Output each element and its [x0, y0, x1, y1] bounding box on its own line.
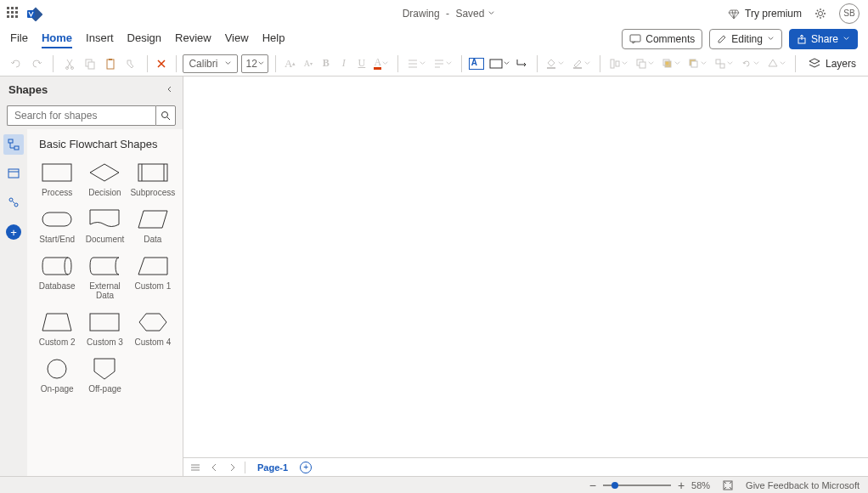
svg-rect-27: [8, 169, 19, 178]
app-launcher-icon[interactable]: [7, 7, 20, 20]
connector-button[interactable]: [516, 54, 530, 73]
increase-font-button[interactable]: A▴: [283, 54, 297, 73]
svg-point-2: [819, 11, 823, 15]
align-horizontal-button[interactable]: [405, 58, 428, 70]
zoom-slider[interactable]: [603, 484, 671, 486]
shape-custom4[interactable]: Custom 4: [130, 309, 176, 350]
document-name[interactable]: Drawing: [403, 8, 440, 20]
user-avatar[interactable]: SB: [839, 3, 860, 24]
shape-decision[interactable]: Decision: [82, 159, 127, 201]
align-shapes-button[interactable]: [607, 58, 630, 70]
try-premium-button[interactable]: Try premium: [728, 8, 802, 20]
shape-offpage[interactable]: Off-page: [82, 355, 127, 397]
editing-mode-button[interactable]: Editing: [709, 29, 782, 49]
delete-button[interactable]: [155, 54, 169, 73]
shape-external-data[interactable]: External Data: [82, 252, 127, 303]
font-name-combo[interactable]: Calibri: [183, 54, 238, 73]
change-shape-button[interactable]: [765, 58, 788, 70]
share-button[interactable]: Share: [789, 29, 858, 49]
text-box-button[interactable]: [469, 54, 484, 73]
shape-custom2[interactable]: Custom 2: [34, 309, 80, 350]
svg-rect-9: [107, 60, 114, 69]
menu-file[interactable]: File: [10, 29, 28, 48]
bring-front-button[interactable]: [660, 58, 683, 70]
svg-rect-10: [109, 59, 112, 60]
shape-database[interactable]: Database: [34, 252, 80, 303]
paste-button[interactable]: [101, 54, 120, 73]
shape-custom1[interactable]: Custom 1: [130, 252, 176, 303]
prev-page-button[interactable]: [207, 461, 221, 474]
group-button[interactable]: [713, 58, 736, 70]
format-painter-button[interactable]: [121, 54, 140, 73]
shape-subprocess[interactable]: Subprocess: [130, 159, 176, 201]
shapes-search-input[interactable]: [7, 105, 155, 126]
rotate-button[interactable]: [739, 58, 762, 70]
add-page-button[interactable]: +: [300, 462, 312, 473]
feedback-link[interactable]: Give Feedback to Microsoft: [746, 480, 860, 490]
stencil-title: Basic Flowchart Shapes: [34, 138, 176, 150]
svg-rect-25: [8, 139, 13, 143]
undo-button[interactable]: [7, 54, 25, 73]
save-status[interactable]: Saved: [455, 8, 484, 20]
italic-button[interactable]: I: [336, 54, 351, 73]
next-page-button[interactable]: [226, 461, 240, 474]
align-vertical-button[interactable]: [431, 58, 454, 70]
pencil-icon: [717, 34, 727, 44]
stencil-flowchart-button[interactable]: [3, 134, 24, 155]
svg-rect-35: [90, 314, 119, 331]
menu-home[interactable]: Home: [42, 29, 72, 48]
diamond-icon: [728, 8, 740, 20]
collapse-panel-icon[interactable]: [166, 85, 174, 94]
stencil-3-button[interactable]: [3, 192, 24, 212]
menu-review[interactable]: Review: [175, 29, 211, 48]
zoom-out-button[interactable]: −: [589, 479, 596, 492]
shape-custom3[interactable]: Custom 3: [82, 309, 127, 350]
arrange-button[interactable]: [634, 58, 657, 70]
copy-button[interactable]: [81, 54, 99, 73]
svg-rect-21: [691, 61, 697, 67]
shape-process[interactable]: Process: [34, 159, 80, 201]
shapes-panel-title: Shapes: [8, 83, 48, 96]
chevron-down-icon[interactable]: [488, 9, 495, 17]
shape-document[interactable]: Document: [82, 206, 127, 247]
underline-button[interactable]: U: [354, 54, 369, 73]
font-color-button[interactable]: A: [372, 57, 391, 70]
shape-onpage[interactable]: On-page: [34, 355, 80, 397]
stencil-2-button[interactable]: [3, 163, 24, 184]
fill-color-button[interactable]: [544, 58, 566, 70]
fit-page-icon[interactable]: [722, 479, 734, 491]
comments-button[interactable]: Comments: [622, 29, 702, 49]
add-stencil-button[interactable]: +: [6, 224, 21, 240]
svg-rect-15: [616, 61, 619, 66]
shape-insert-button[interactable]: [488, 59, 512, 69]
redo-button[interactable]: [27, 54, 46, 73]
shape-data[interactable]: Data: [130, 206, 176, 247]
decrease-font-button[interactable]: A▾: [301, 54, 315, 73]
svg-point-24: [162, 112, 168, 118]
svg-point-29: [14, 203, 18, 207]
menu-design[interactable]: Design: [127, 29, 161, 48]
line-color-button[interactable]: [570, 58, 593, 70]
menu-insert[interactable]: Insert: [86, 29, 114, 48]
layers-button[interactable]: Layers: [803, 54, 861, 73]
page-tab-1[interactable]: Page-1: [251, 462, 295, 473]
menu-view[interactable]: View: [225, 29, 249, 48]
shapes-search-button[interactable]: [155, 105, 176, 126]
menu-help[interactable]: Help: [262, 29, 285, 48]
bold-button[interactable]: B: [318, 54, 333, 73]
shape-start-end[interactable]: Start/End: [34, 206, 80, 247]
cut-button[interactable]: [60, 54, 79, 73]
svg-point-28: [9, 198, 13, 201]
zoom-level[interactable]: 58%: [691, 480, 710, 490]
font-size-combo[interactable]: 12: [241, 54, 268, 73]
settings-gear-icon[interactable]: [814, 7, 827, 20]
all-pages-button[interactable]: [189, 461, 202, 474]
svg-rect-31: [138, 164, 167, 181]
share-icon: [797, 34, 807, 44]
send-back-button[interactable]: [686, 58, 709, 70]
svg-rect-18: [665, 61, 671, 67]
svg-rect-22: [716, 60, 720, 64]
chevron-down-icon: [843, 35, 850, 42]
zoom-in-button[interactable]: +: [678, 479, 685, 492]
drawing-canvas[interactable]: Page-1 +: [183, 76, 868, 476]
